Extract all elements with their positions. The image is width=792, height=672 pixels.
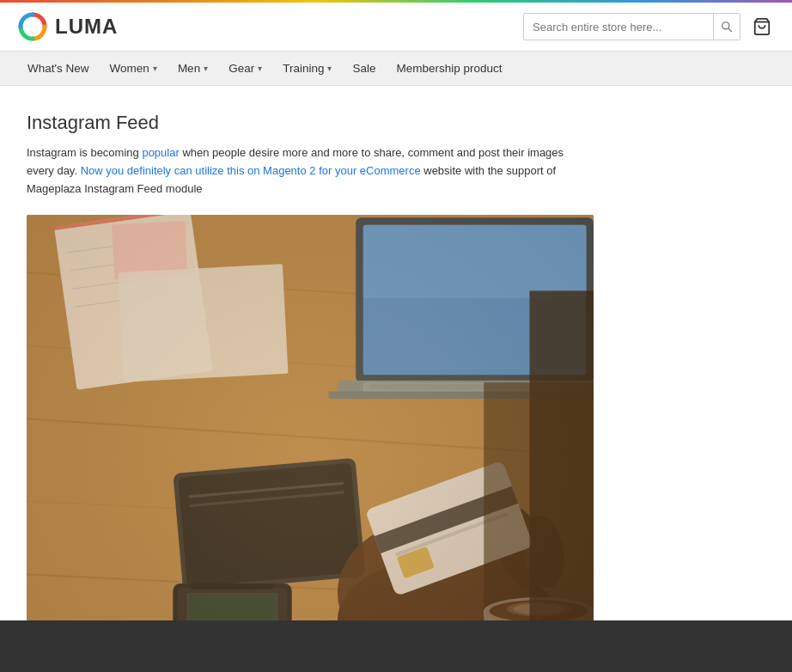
feed-image	[27, 215, 594, 672]
logo-area[interactable]: LUMA	[17, 11, 118, 42]
cart-button[interactable]	[749, 14, 775, 40]
svg-line-2	[728, 28, 732, 32]
svg-point-1	[722, 22, 729, 29]
cart-icon	[752, 17, 771, 36]
nav-item-whats-new[interactable]: What's New	[17, 52, 100, 85]
logo-text: LUMA	[55, 15, 118, 39]
chevron-down-icon: ▾	[153, 64, 157, 73]
nav-item-gear[interactable]: Gear ▾	[218, 52, 272, 85]
footer-bar	[0, 620, 792, 672]
desc-link-popular[interactable]: popular	[142, 146, 179, 159]
page-title: Instagram Feed	[27, 112, 765, 134]
chevron-down-icon: ▾	[327, 64, 332, 73]
nav-item-sale[interactable]: Sale	[342, 52, 386, 85]
header-right	[523, 13, 775, 40]
search-input[interactable]	[524, 21, 713, 34]
nav-item-men[interactable]: Men ▾	[168, 52, 218, 85]
page-description: Instagram is becoming popular when peopl…	[27, 144, 594, 198]
feed-image-container	[27, 215, 594, 672]
svg-rect-62	[27, 215, 594, 672]
nav-item-membership[interactable]: Membership product	[386, 52, 512, 85]
site-header: LUMA	[0, 3, 792, 52]
nav-item-women[interactable]: Women ▾	[100, 52, 168, 85]
desc-link-now[interactable]: Now you definitely can	[81, 164, 192, 177]
search-button[interactable]	[713, 14, 740, 40]
main-content: Instagram Feed Instagram is becoming pop…	[9, 86, 783, 672]
chevron-down-icon: ▾	[204, 64, 208, 73]
nav-item-training[interactable]: Training ▾	[272, 52, 342, 85]
chevron-down-icon: ▾	[258, 64, 262, 73]
search-bar	[523, 13, 740, 40]
luma-logo-icon	[17, 11, 48, 42]
search-icon	[721, 21, 733, 33]
desc-link-utilize[interactable]: utilize this on Magento 2 for your eComm…	[195, 164, 420, 177]
main-nav: What's New Women ▾ Men ▾ Gear ▾ Training…	[0, 52, 792, 86]
